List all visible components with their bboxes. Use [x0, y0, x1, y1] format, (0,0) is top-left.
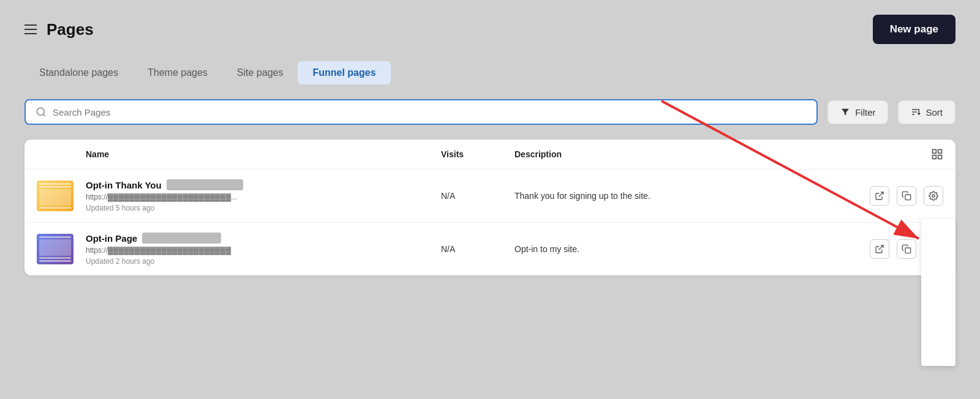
row-name-title: Opt-in Thank You ( ██ █ ██████ █ ) [86, 179, 441, 190]
pages-table: Name Visits Description [24, 140, 956, 275]
row-actions [870, 239, 943, 259]
row-actions [870, 186, 943, 206]
table-row: Opt-in Page ( ██ ██ ██ ██ ██ ) https://▓… [24, 223, 956, 275]
tab-theme[interactable]: Theme pages [133, 61, 222, 84]
gear-icon [929, 191, 938, 201]
col-name: Name [86, 149, 441, 159]
search-icon [36, 106, 47, 117]
settings-button[interactable] [924, 186, 943, 206]
svg-point-15 [932, 248, 935, 250]
settings-button[interactable] [924, 239, 943, 259]
tab-standalone[interactable]: Standalone pages [24, 61, 133, 84]
row-name-section: Opt-in Page ( ██ ██ ██ ██ ██ ) https://▓… [86, 233, 441, 266]
header-left: Pages [24, 20, 94, 39]
tab-site[interactable]: Site pages [222, 61, 298, 84]
new-page-button[interactable]: New page [873, 15, 956, 44]
svg-line-10 [879, 192, 883, 196]
svg-rect-9 [938, 155, 942, 159]
svg-rect-8 [933, 155, 937, 159]
tabs-container: Standalone pages Theme pages Site pages … [24, 61, 956, 84]
tab-funnel[interactable]: Funnel pages [298, 61, 390, 84]
copy-button[interactable] [897, 239, 916, 259]
external-link-button[interactable] [870, 186, 889, 206]
row-visits: N/A [441, 244, 514, 254]
grid-icon[interactable] [931, 148, 943, 160]
search-box [24, 99, 818, 125]
sort-button[interactable]: Sort [898, 100, 956, 124]
table-row: Opt-in Thank You ( ██ █ ██████ █ ) https… [24, 170, 956, 223]
page-title: Pages [47, 20, 94, 39]
copy-icon [902, 191, 911, 201]
filter-button[interactable]: Filter [827, 100, 888, 124]
col-description: Description [514, 149, 870, 159]
svg-point-0 [37, 108, 44, 115]
col-actions [870, 148, 943, 160]
svg-rect-7 [938, 150, 942, 154]
external-link-icon [875, 244, 884, 254]
svg-line-1 [43, 114, 45, 116]
row-updated: Updated 5 hours ago [86, 204, 441, 212]
svg-line-13 [879, 245, 883, 250]
row-name-suffix: ( ██ █ ██████ █ ) [167, 179, 244, 190]
row-name-title: Opt-in Page ( ██ ██ ██ ██ ██ ) [86, 233, 441, 244]
gear-icon [929, 244, 938, 254]
row-thumbnail [37, 181, 74, 211]
svg-point-12 [932, 195, 935, 197]
copy-button[interactable] [897, 186, 916, 206]
header: Pages New page [24, 15, 956, 44]
row-description: Thank you for signing up to the site. [514, 191, 870, 201]
svg-rect-11 [905, 195, 911, 200]
row-url: https://▓▓▓▓▓▓▓▓▓▓▓▓▓▓▓▓▓▓▓▓▓▓▓... [86, 193, 441, 201]
external-link-icon [875, 191, 884, 201]
svg-rect-6 [933, 150, 937, 154]
table-header: Name Visits Description [24, 140, 956, 170]
row-name-section: Opt-in Thank You ( ██ █ ██████ █ ) https… [86, 179, 441, 212]
row-thumbnail [37, 234, 74, 264]
search-row: Filter Sort [24, 99, 956, 125]
external-link-button[interactable] [870, 239, 889, 259]
search-input[interactable] [53, 107, 807, 117]
app-container: Pages New page Standalone pages Theme pa… [0, 0, 980, 399]
filter-icon [840, 107, 850, 117]
col-visits: Visits [441, 149, 514, 159]
sort-icon [911, 107, 921, 117]
row-visits: N/A [441, 191, 514, 201]
copy-icon [902, 244, 911, 254]
row-name-suffix: ( ██ ██ ██ ██ ██ ) [142, 233, 221, 244]
row-updated: Updated 2 hours ago [86, 257, 441, 266]
svg-rect-14 [905, 248, 911, 253]
row-url: https://▓▓▓▓▓▓▓▓▓▓▓▓▓▓▓▓▓▓▓▓▓▓▓ [86, 246, 441, 255]
row-description: Opt-in to my site. [514, 244, 870, 254]
hamburger-icon[interactable] [24, 24, 37, 34]
